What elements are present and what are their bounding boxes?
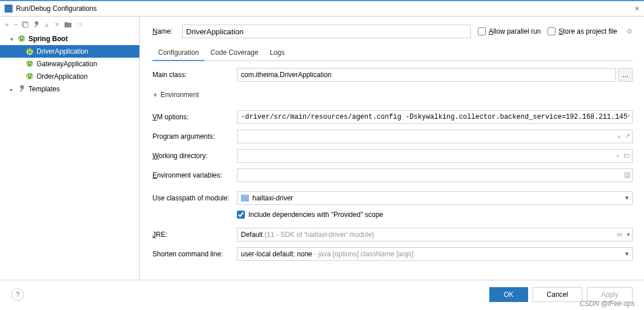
jre-value: Default (11 - SDK of 'hailtaxi-driver' m…: [241, 231, 374, 239]
allow-parallel-checkbox[interactable]: [478, 27, 486, 35]
titlebar: Run/Debug Configurations ×: [0, 1, 644, 16]
tree-item-gateway[interactable]: GatewayApplication: [0, 58, 139, 70]
cancel-button[interactable]: Cancel: [533, 287, 582, 302]
classpath-value: hailtaxi-driver: [252, 194, 293, 202]
include-provided-checkbox[interactable]: [237, 211, 245, 219]
plus-icon[interactable]: ＋: [614, 151, 621, 161]
browse-class-button[interactable]: …: [618, 68, 633, 82]
program-args-label: Program arguments:: [152, 132, 232, 140]
shorten-value: user-local default: none - java [options…: [241, 250, 413, 258]
watermark: CSDN @fFee-ops: [579, 300, 635, 308]
down-icon[interactable]: ▼: [54, 21, 61, 29]
store-project-label: Store as project file: [558, 27, 617, 35]
working-dir-label: Working directory:: [152, 152, 232, 160]
window-title: Run/Debug Configurations: [16, 5, 635, 13]
app-icon: [5, 5, 13, 13]
tabs: Configuration Code Coverage Logs: [152, 45, 633, 61]
main-class-input[interactable]: [237, 68, 616, 82]
plus-icon[interactable]: ＋: [615, 132, 622, 142]
folder-icon[interactable]: [64, 21, 72, 28]
tab-configuration[interactable]: Configuration: [152, 45, 204, 61]
chevron-down-icon: 🗁 ▾: [617, 231, 630, 237]
include-provided-label: Include dependencies with "Provided" sco…: [248, 211, 383, 219]
help-button[interactable]: ?: [11, 288, 24, 301]
expand-icon[interactable]: ↗: [625, 132, 630, 142]
sidebar-toolbar: ＋ − ▲ ▼ ↕≡: [0, 17, 139, 33]
working-dir-input[interactable]: [237, 149, 633, 163]
svg-rect-1: [23, 23, 28, 27]
list-icon[interactable]: ▤: [624, 171, 630, 179]
wrench-icon: [17, 84, 26, 94]
name-input[interactable]: [182, 25, 471, 38]
expand-icon[interactable]: ↗: [625, 112, 630, 122]
tree-label: GatewayApplication: [37, 60, 97, 68]
copy-icon[interactable]: [21, 21, 29, 29]
jre-dropdown[interactable]: Default (11 - SDK of 'hailtaxi-driver' m…: [237, 228, 633, 241]
main-class-label: Main class:: [152, 71, 232, 79]
program-args-input[interactable]: [237, 130, 633, 143]
content-panel: Name: Allow parallel run Store as projec…: [140, 17, 644, 280]
environment-toggle[interactable]: ▼ Environment: [152, 91, 633, 99]
store-project-checkbox[interactable]: [548, 27, 556, 35]
tree-group-templates[interactable]: ▸ Templates: [0, 83, 139, 95]
footer: ? OK Cancel Apply: [0, 280, 644, 308]
env-section-label: Environment: [160, 91, 199, 99]
config-tree: ▾ Spring Boot DriverApplication GatewayA…: [0, 33, 139, 280]
ok-button[interactable]: OK: [489, 287, 528, 302]
sort-icon[interactable]: ↕≡: [75, 21, 83, 29]
tree-item-order[interactable]: OrderApplication: [0, 70, 139, 83]
plus-icon[interactable]: ＋: [615, 112, 622, 122]
tab-logs[interactable]: Logs: [264, 45, 290, 61]
chevron-right-icon[interactable]: ▸: [10, 86, 17, 92]
gear-icon[interactable]: ⚙: [626, 27, 633, 35]
env-vars-input[interactable]: [237, 168, 633, 182]
shorten-dropdown[interactable]: user-local default: none - java [options…: [237, 247, 633, 261]
tree-label: OrderApplication: [37, 73, 87, 80]
add-icon[interactable]: ＋: [3, 20, 10, 30]
name-label: Name:: [152, 27, 175, 35]
sidebar: ＋ − ▲ ▼ ↕≡ ▾ Spring Boot DriverApplicati…: [0, 17, 140, 280]
close-icon[interactable]: ×: [635, 4, 639, 13]
env-vars-label: Environment variables:: [152, 171, 232, 179]
tree-label: Spring Boot: [29, 35, 68, 43]
springboot-icon: [17, 34, 26, 43]
tree-group-springboot[interactable]: ▾ Spring Boot: [0, 33, 139, 45]
allow-parallel-label: Allow parallel run: [489, 27, 541, 35]
up-icon[interactable]: ▲: [43, 21, 50, 29]
classpath-dropdown[interactable]: hailtaxi-driver ▼: [237, 191, 633, 205]
vm-options-label: VM options:: [152, 113, 232, 121]
wrench-icon[interactable]: [33, 21, 40, 29]
chevron-down-icon: ▼: [624, 195, 630, 201]
tree-label: Templates: [29, 85, 60, 93]
tree-item-driver[interactable]: DriverApplication: [0, 45, 139, 58]
tree-label: DriverApplication: [37, 47, 88, 55]
jre-label: JRE:: [152, 231, 232, 239]
springboot-icon: [25, 59, 34, 69]
remove-icon[interactable]: −: [14, 21, 18, 29]
folder-icon[interactable]: 🗁: [623, 151, 630, 161]
springboot-icon: [25, 72, 34, 81]
module-icon: [241, 195, 249, 202]
classpath-label: Use classpath of module:: [152, 194, 232, 202]
chevron-down-icon: ▼: [152, 92, 158, 98]
vm-options-input[interactable]: [237, 110, 633, 124]
chevron-down-icon[interactable]: ▾: [10, 36, 17, 42]
shorten-label: Shorten command line:: [152, 250, 232, 258]
chevron-down-icon: ▼: [624, 251, 630, 257]
tab-code-coverage[interactable]: Code Coverage: [204, 45, 264, 61]
springboot-icon: [25, 47, 34, 56]
